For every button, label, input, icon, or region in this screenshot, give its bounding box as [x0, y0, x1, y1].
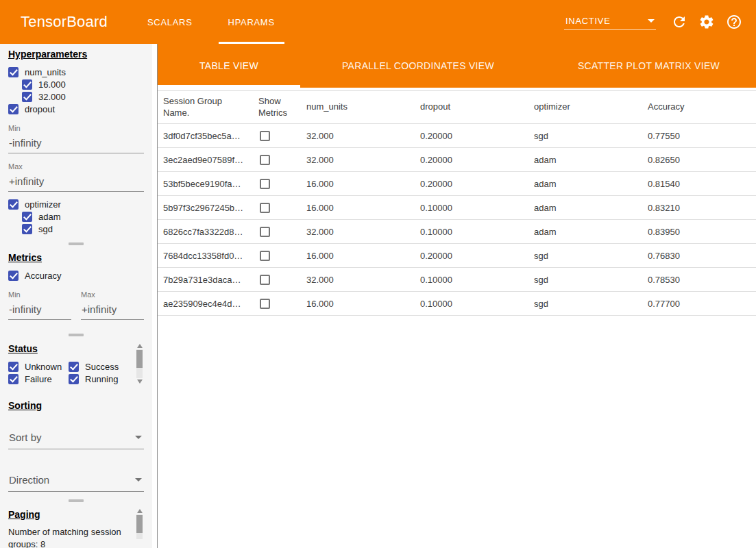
- cell-accuracy: 0.83210: [642, 196, 756, 220]
- scrollbar-track[interactable]: [136, 349, 143, 378]
- select-value: Direction: [9, 474, 49, 486]
- paging-scrollbar[interactable]: [136, 509, 143, 540]
- cell-accuracy: 0.77700: [642, 292, 756, 316]
- field-label: Min: [8, 124, 144, 132]
- tab-parallel-coordinates-view[interactable]: PARALLEL COORDINATES VIEW: [300, 44, 536, 88]
- tab-hparams[interactable]: HPARAMS: [210, 0, 293, 44]
- scroll-down-icon[interactable]: [137, 379, 143, 384]
- cell-dropout: 0.20000: [415, 244, 528, 268]
- select-value: Sort by: [9, 432, 42, 443]
- checkbox-icon: [8, 362, 19, 372]
- direction-select[interactable]: Direction: [8, 472, 144, 492]
- hparams-sidebar: Hyperparameters num_units 16.000 32.000 …: [0, 44, 152, 548]
- paging-section: Paging Number of matching session groups…: [0, 504, 152, 548]
- show-metrics-checkbox[interactable]: [260, 275, 270, 285]
- scrollbar-track[interactable]: [136, 514, 143, 539]
- col-dropout: dropout: [415, 91, 528, 124]
- session-group-name: 7b29a731e3daca…: [158, 268, 253, 292]
- cell-num-units: 32.000: [301, 220, 415, 244]
- hparam-dropout-checkbox[interactable]: dropout: [8, 103, 144, 115]
- settings-button[interactable]: [693, 8, 720, 36]
- reload-status-select[interactable]: INACTIVE: [564, 14, 656, 30]
- status-running-checkbox[interactable]: Running: [69, 373, 129, 385]
- show-metrics-cell: [253, 196, 301, 220]
- app-body: Hyperparameters num_units 16.000 32.000 …: [0, 44, 756, 548]
- checkbox-icon: [69, 374, 79, 384]
- status-success-checkbox[interactable]: Success: [69, 360, 129, 373]
- max-input[interactable]: +infinity: [81, 303, 144, 320]
- checkbox-label: num_units: [25, 67, 66, 77]
- cell-accuracy: 0.78530: [642, 268, 756, 292]
- scroll-up-icon[interactable]: [137, 344, 143, 348]
- optimizer-adam-checkbox[interactable]: adam: [8, 210, 144, 223]
- checkbox-label: Running: [85, 374, 118, 384]
- tab-scalars[interactable]: SCALARS: [130, 0, 210, 44]
- cell-optimizer: sgd: [528, 268, 642, 292]
- help-button[interactable]: [720, 8, 748, 36]
- resize-handle[interactable]: [69, 242, 84, 245]
- cell-dropout: 0.10000: [415, 220, 528, 244]
- session-groups-table: Session Group Name. Show Metrics num_uni…: [158, 90, 756, 316]
- table-row: 3df0d7cf35bec5a… 32.000 0.20000 sgd 0.77…: [158, 124, 756, 148]
- scrollbar-thumb[interactable]: [136, 350, 143, 368]
- num-units-16-checkbox[interactable]: 16.000: [8, 78, 144, 90]
- checkbox-label: Accuracy: [25, 271, 61, 281]
- status-heading: Status: [8, 343, 144, 354]
- checkbox-label: 32.000: [38, 92, 66, 102]
- checkbox-label: adam: [38, 212, 61, 222]
- metrics-section: Metrics Accuracy Min -infinity Max +infi…: [0, 247, 152, 332]
- table-row: 3ec2aed9e07589f… 32.000 0.20000 adam 0.8…: [158, 148, 756, 172]
- checkbox-icon: [22, 224, 32, 234]
- col-accuracy: Accuracy: [642, 91, 756, 124]
- cell-num-units: 16.000: [301, 292, 415, 316]
- status-failure-checkbox[interactable]: Failure: [8, 373, 69, 385]
- show-metrics-checkbox[interactable]: [260, 155, 270, 165]
- tab-table-view[interactable]: TABLE VIEW: [158, 44, 300, 88]
- field-label: Max: [8, 162, 144, 171]
- accuracy-max-field: Max +infinity: [81, 290, 144, 320]
- optimizer-sgd-checkbox[interactable]: sgd: [8, 223, 144, 235]
- show-metrics-checkbox[interactable]: [260, 227, 270, 237]
- scrollbar-thumb[interactable]: [136, 515, 143, 533]
- sorting-heading: Sorting: [8, 400, 144, 411]
- show-metrics-checkbox[interactable]: [260, 179, 270, 189]
- sort-by-select[interactable]: Sort by: [8, 429, 144, 449]
- cell-accuracy: 0.76830: [642, 244, 756, 268]
- accuracy-range-fields: Min -infinity Max +infinity: [8, 282, 144, 326]
- checkbox-label: Unknown: [25, 362, 62, 372]
- resize-handle[interactable]: [69, 334, 84, 336]
- help-icon: [726, 14, 742, 30]
- cell-num-units: 32.000: [301, 268, 415, 292]
- resize-handle[interactable]: [69, 499, 84, 502]
- scroll-up-icon[interactable]: [137, 509, 143, 513]
- show-metrics-checkbox[interactable]: [260, 251, 270, 261]
- tab-label: SCALARS: [147, 17, 193, 27]
- session-group-name: 7684dcc13358fd0…: [158, 244, 253, 268]
- show-metrics-cell: [253, 220, 301, 244]
- cell-accuracy: 0.81540: [642, 172, 756, 196]
- min-input[interactable]: -infinity: [8, 137, 144, 153]
- checkbox-icon: [8, 67, 19, 77]
- table-row: 53bf5bece9190fa… 16.000 0.20000 adam 0.8…: [158, 172, 756, 196]
- status-unknown-checkbox[interactable]: Unknown: [8, 360, 69, 373]
- show-metrics-cell: [253, 172, 301, 196]
- view-tabs: TABLE VIEW PARALLEL COORDINATES VIEW SCA…: [158, 44, 756, 88]
- hparam-num-units-checkbox[interactable]: num_units: [8, 66, 144, 78]
- show-metrics-checkbox[interactable]: [260, 131, 270, 141]
- show-metrics-checkbox[interactable]: [260, 299, 270, 309]
- checkbox-icon: [8, 374, 19, 384]
- hparam-optimizer-checkbox[interactable]: optimizer: [8, 198, 144, 210]
- metric-accuracy-checkbox[interactable]: Accuracy: [8, 269, 144, 282]
- min-input[interactable]: -infinity: [8, 303, 71, 320]
- tab-scatter-plot-matrix-view[interactable]: SCATTER PLOT MATRIX VIEW: [536, 44, 756, 88]
- status-scrollbar[interactable]: [136, 344, 143, 384]
- sidebar-scroll-gutter[interactable]: [152, 44, 157, 548]
- show-metrics-checkbox[interactable]: [260, 203, 270, 213]
- refresh-button[interactable]: [666, 8, 693, 36]
- tab-label: TABLE VIEW: [199, 60, 258, 71]
- num-units-32-checkbox[interactable]: 32.000: [8, 90, 144, 103]
- max-input[interactable]: +infinity: [8, 175, 144, 192]
- checkbox-label: 16.000: [38, 79, 66, 90]
- section-divider: [0, 497, 152, 504]
- table-row: ae235909ec4e4d… 16.000 0.10000 sgd 0.777…: [158, 292, 756, 316]
